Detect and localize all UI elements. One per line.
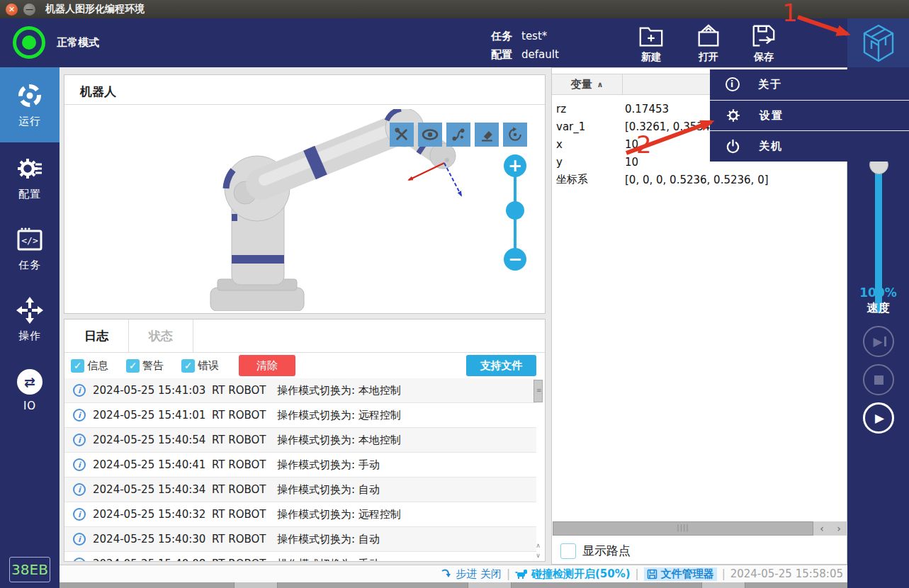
io-icon: ⇄ [17, 369, 43, 395]
log-time: 2024-05-25 15:40:08 [93, 558, 212, 562]
save-task-button[interactable]: 保存 [741, 23, 786, 64]
log-time: 2024-05-25 15:40:41 [93, 458, 212, 471]
info-icon: i [73, 409, 86, 422]
info-icon: i [73, 483, 86, 496]
gear-icon [725, 108, 741, 123]
log-row[interactable]: i2024-05-25 15:40:32RT ROBOT操作模式切换为: 远程控… [64, 502, 536, 527]
checkbox-checked-icon: ✓ [71, 359, 84, 373]
scroll-up-icon[interactable]: ∧ [533, 541, 543, 550]
variable-name: x [552, 138, 625, 151]
log-row[interactable]: i2024-05-25 15:41:01RT ROBOT操作模式切换为: 远程控… [64, 403, 536, 428]
log-tabs: 日志 状态 [64, 320, 545, 353]
step-mode-toggle[interactable]: 步进 关闭 [441, 567, 502, 581]
log-row[interactable]: i2024-05-25 15:40:41RT ROBOT操作模式切换为: 手动 [64, 453, 536, 477]
window-close-icon[interactable]: ✕ [6, 4, 18, 16]
log-time: 2024-05-25 15:40:32 [93, 508, 212, 521]
info-icon: i [73, 434, 86, 446]
zoom-in-button[interactable]: + [504, 154, 526, 177]
variable-value: 0.17453 [625, 103, 669, 115]
window-minimize-icon[interactable]: — [23, 4, 35, 16]
bottom-edge-strip [60, 582, 909, 588]
device-id-badge[interactable]: 38EB [9, 557, 50, 582]
scroll-down-icon[interactable]: ∨ [533, 550, 543, 560]
file-manager-button[interactable]: 文件管理器 [644, 567, 717, 581]
zoom-slider-handle[interactable] [506, 201, 524, 220]
log-message: 操作模式切换为: 本地控制 [277, 384, 401, 397]
eraser-icon[interactable] [475, 123, 499, 147]
checkbox-checked-icon: ✓ [181, 359, 195, 373]
log-row[interactable]: i2024-05-25 15:40:30RT ROBOT操作模式切换为: 自动 [64, 527, 536, 552]
log-row[interactable]: i2024-05-25 15:41:03RT ROBOT操作模式切换为: 本地控… [64, 378, 536, 403]
menu-item-settings[interactable]: 设置 [710, 101, 909, 132]
log-message: 操作模式切换为: 手动 [277, 558, 380, 562]
rotate-view-icon[interactable] [503, 123, 527, 147]
log-row[interactable]: i2024-05-25 15:40:34RT ROBOT操作模式切换为: 自动 [64, 477, 536, 502]
save-icon [750, 23, 777, 50]
checkbox-unchecked-icon [560, 543, 576, 559]
sidebar-item-io[interactable]: ⇄ IO [0, 355, 60, 426]
task-config-info: 任务 test* 配置 default [491, 24, 559, 61]
gear-icon [16, 154, 44, 183]
log-source: RT ROBOT [212, 533, 277, 545]
play-button[interactable]: ▶ [863, 402, 894, 434]
new-task-button[interactable]: 新建 [628, 23, 674, 64]
variable-value: [0, 0, 0, 0.5236, 0.5236, 0] [625, 174, 769, 186]
open-icon [695, 23, 722, 50]
robot-3d-panel[interactable]: 机器人 [64, 74, 546, 314]
support-file-button[interactable]: 支持文件 [466, 355, 536, 376]
window-titlebar: ✕ — 机器人图形化编程环境 [0, 0, 909, 18]
filter-info-checkbox[interactable]: ✓ 信息 [71, 359, 120, 373]
log-time: 2024-05-25 15:41:03 [93, 384, 212, 397]
collision-detect-toggle[interactable]: 碰撞检测开启(50%) [515, 567, 631, 581]
filter-warning-checkbox[interactable]: ✓ 警告 [126, 359, 175, 373]
variable-name: var_1 [552, 120, 625, 133]
sidebar-item-task[interactable]: </> 任务 [0, 213, 60, 284]
show-waypoints-checkbox[interactable]: 显示路点 [560, 543, 631, 559]
log-scrollbar-thumb[interactable] [533, 380, 543, 402]
tab-status[interactable]: 状态 [129, 320, 193, 352]
clear-log-button[interactable]: 清除 [239, 355, 295, 376]
eye-icon[interactable] [418, 123, 442, 147]
sidebar-item-operate[interactable]: 操作 [0, 284, 60, 355]
log-scrollbar: ∧ ∨ [533, 380, 543, 560]
zoom-out-button[interactable]: − [504, 248, 526, 271]
menu-item-shutdown[interactable]: 关机 [710, 131, 909, 162]
main-header: 正常模式 任务 test* 配置 default 新建 打开 [0, 18, 909, 67]
task-label: 任务 [491, 30, 512, 43]
clock-datetime: 2024-05-25 15:58:05 [730, 567, 843, 580]
open-task-button[interactable]: 打开 [686, 23, 731, 64]
path-icon[interactable] [446, 123, 470, 147]
log-list: i2024-05-25 15:41:03RT ROBOT操作模式切换为: 本地控… [64, 378, 536, 562]
log-message: 操作模式切换为: 自动 [277, 483, 380, 497]
variable-name: y [552, 156, 625, 169]
variables-header-cell[interactable]: 变量 ∧ [552, 74, 623, 94]
log-time: 2024-05-25 15:41:01 [93, 409, 212, 422]
log-row[interactable]: i2024-05-25 15:40:08RT ROBOT操作模式切换为: 手动 [64, 552, 536, 562]
code-window-icon: </> [16, 225, 44, 254]
svg-text:</>: </> [21, 235, 38, 246]
step-arrow-icon [441, 568, 452, 579]
info-icon: i [725, 77, 740, 91]
h-scrollbar-thumb[interactable] [553, 521, 813, 536]
menu-item-about[interactable]: i 关于 [710, 69, 909, 101]
sidebar-item-config[interactable]: 配置 [0, 142, 60, 213]
step-forward-button[interactable]: ▶ [863, 326, 894, 357]
app-menu-button[interactable] [847, 18, 909, 67]
variable-row[interactable]: 坐标系[0, 0, 0, 0.5236, 0.5236, 0] [552, 171, 847, 188]
sidebar-item-run[interactable]: 运行 [0, 67, 60, 142]
task-value: test* [521, 30, 547, 43]
robot-panel-title: 机器人 [80, 84, 116, 100]
log-row[interactable]: i2024-05-25 15:40:54RT ROBOT操作模式切换为: 本地控… [64, 428, 536, 453]
stop-button[interactable] [863, 364, 894, 395]
scroll-right-icon[interactable]: › [830, 521, 847, 536]
scroll-left-icon[interactable]: ‹ [813, 521, 830, 536]
log-source: RT ROBOT [212, 508, 277, 521]
log-time: 2024-05-25 15:40:30 [93, 533, 212, 545]
log-source: RT ROBOT [212, 409, 277, 422]
tab-log[interactable]: 日志 [64, 320, 129, 352]
collapse-caret-icon: ∧ [597, 80, 604, 89]
variable-name: 坐标系 [552, 173, 625, 186]
filter-error-checkbox[interactable]: ✓ 错误 [181, 359, 230, 373]
tools-icon[interactable] [390, 123, 414, 147]
brand-cube-icon [862, 24, 895, 62]
